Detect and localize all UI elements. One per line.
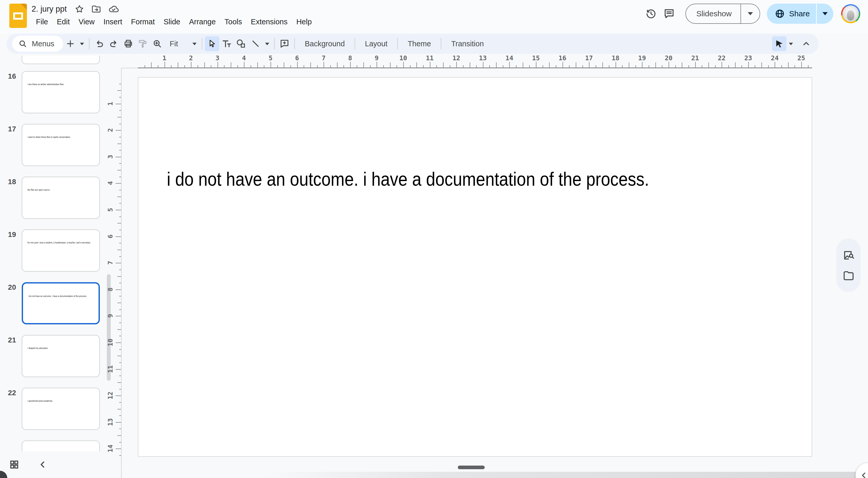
ruler-number: 2 [106, 128, 114, 132]
slideshow-button[interactable]: Slideshow [686, 9, 741, 18]
ruler-tick [423, 65, 424, 67]
ruler-number: 5 [106, 208, 114, 212]
ruler-tick [119, 203, 121, 204]
canvas-boundary-line [121, 68, 138, 68]
ruler-tick [119, 190, 121, 190]
slide-thumbnail-partial[interactable] [22, 56, 100, 64]
menu-arrange[interactable]: Arrange [185, 17, 220, 27]
zoom-button[interactable] [150, 36, 164, 51]
ruler-tick [116, 422, 121, 423]
pointer-mode-button[interactable] [772, 36, 786, 51]
ruler-tick [119, 362, 121, 363]
menu-insert[interactable]: Insert [99, 17, 127, 27]
ruler-number: 7 [322, 54, 326, 62]
menu-slide[interactable]: Slide [159, 17, 185, 27]
menu-extensions[interactable]: Extensions [247, 17, 292, 27]
line-tool-dropdown[interactable] [263, 36, 272, 51]
chevron-down-icon [748, 12, 753, 18]
share-dropdown[interactable] [817, 9, 833, 18]
ruler-number: 3 [106, 155, 114, 158]
account-avatar[interactable] [841, 4, 860, 23]
ruler-tick [702, 65, 702, 67]
ruler-tick [224, 65, 224, 67]
redo-button[interactable] [106, 36, 121, 51]
ruler-tick [116, 236, 121, 237]
image-search-icon[interactable] [843, 249, 855, 261]
document-title[interactable]: 2. jury ppt [32, 4, 67, 14]
comments-icon[interactable] [660, 5, 678, 23]
ruler-number: 10 [399, 54, 407, 62]
ruler-tick [191, 62, 191, 67]
ruler-number: 25 [797, 54, 805, 62]
ruler-number: 10 [106, 338, 114, 346]
collapse-toolbar-button[interactable] [799, 36, 813, 51]
line-tool-button[interactable] [248, 36, 263, 51]
ruler-tick [116, 395, 121, 396]
ruler-tick [708, 62, 709, 67]
horizontal-ruler-baseline [138, 67, 812, 68]
ruler-tick [616, 62, 616, 67]
ruler-tick [489, 65, 490, 67]
ruler-tick [636, 65, 636, 67]
theme-button[interactable]: Theme [400, 36, 438, 51]
transition-button[interactable]: Transition [444, 36, 491, 51]
app-header: 2. jury ppt FileEditViewInsertFormatSlid… [0, 0, 868, 34]
ruler-number: 19 [638, 54, 646, 62]
ruler-tick [119, 256, 121, 257]
slideshow-dropdown[interactable] [741, 9, 760, 18]
ruler-tick [496, 62, 497, 67]
ruler-number: 3 [215, 54, 219, 62]
menu-view[interactable]: View [74, 17, 99, 27]
select-tool-button[interactable] [205, 36, 219, 51]
ruler-tick [119, 270, 121, 270]
textbox-tool-button[interactable] [219, 36, 234, 51]
ruler-tick [370, 65, 371, 67]
horizontal-ruler: 1234567891011121314151617181920212223242… [138, 54, 812, 68]
background-button[interactable]: Background [298, 36, 352, 51]
menu-help[interactable]: Help [292, 17, 316, 27]
ruler-tick [116, 210, 121, 210]
ruler-tick [562, 62, 563, 67]
menu-tools[interactable]: Tools [220, 17, 247, 27]
ruler-tick [119, 442, 121, 443]
ruler-tick [264, 65, 264, 67]
ruler-tick [728, 65, 729, 67]
speaker-notes-resize-handle[interactable] [458, 466, 485, 469]
paint-format-button[interactable] [135, 36, 150, 51]
ruler-number: 8 [348, 54, 352, 62]
share-button[interactable]: Share [767, 8, 816, 19]
ruler-tick [516, 65, 517, 67]
print-button[interactable] [121, 36, 135, 51]
menu-format[interactable]: Format [127, 17, 159, 27]
version-history-icon[interactable] [642, 5, 660, 23]
ruler-tick [116, 316, 121, 316]
zoom-select[interactable]: Fit [164, 39, 199, 48]
ruler-tick [403, 62, 404, 67]
ruler-tick [523, 62, 523, 67]
pointer-mode-dropdown[interactable] [786, 36, 795, 51]
ruler-number: 11 [426, 54, 434, 62]
shape-tool-button[interactable] [234, 36, 248, 51]
slide-text[interactable]: i do not have an outcome. i have a docum… [167, 169, 649, 190]
move-folder-icon[interactable] [91, 4, 101, 14]
ruler-tick [119, 415, 121, 416]
undo-button[interactable] [92, 36, 106, 51]
ruler-tick [277, 65, 278, 67]
slides-logo[interactable] [9, 4, 27, 28]
ruler-tick [117, 117, 121, 117]
layout-button[interactable]: Layout [358, 36, 395, 51]
main-toolbar: Menus Fit Background Layout [6, 34, 818, 54]
ruler-tick [383, 65, 384, 67]
folder-icon[interactable] [843, 270, 855, 282]
star-icon[interactable] [74, 4, 84, 14]
menu-edit[interactable]: Edit [53, 17, 74, 27]
side-panel-toggle-button[interactable] [856, 463, 868, 478]
ruler-number: 4 [106, 181, 114, 185]
new-slide-button[interactable] [63, 36, 78, 51]
cloud-saved-icon[interactable] [108, 4, 119, 14]
insert-comment-button[interactable] [277, 36, 292, 51]
slide-canvas[interactable]: i do not have an outcome. i have a docum… [138, 77, 812, 457]
search-menus-button[interactable]: Menus [12, 36, 63, 52]
menu-file[interactable]: File [32, 17, 53, 27]
new-slide-dropdown[interactable] [78, 36, 86, 51]
